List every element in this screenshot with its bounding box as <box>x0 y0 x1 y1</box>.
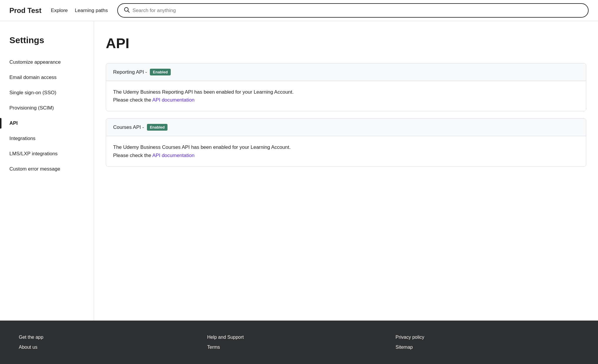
reporting-api-label: Reporting API - <box>113 69 147 75</box>
reporting-api-prefix: Please check the <box>113 97 152 103</box>
header: Prod Test Explore Learning paths <box>0 0 598 21</box>
reporting-api-body-line1: The Udemy Business Reporting API has bee… <box>113 88 579 96</box>
reporting-api-card: Reporting API - Enabled The Udemy Busine… <box>106 63 586 111</box>
sidebar: Settings Customize appearance Email doma… <box>0 21 94 321</box>
sidebar-item-sso[interactable]: Single sign-on (SSO) <box>9 85 84 100</box>
reporting-api-header: Reporting API - Enabled <box>106 63 586 81</box>
reporting-api-body: The Udemy Business Reporting API has bee… <box>106 81 586 111</box>
footer-col-1: Get the app About us <box>19 335 202 350</box>
sidebar-item-email-domain[interactable]: Email domain access <box>9 70 84 85</box>
search-icon <box>124 7 130 14</box>
svg-line-1 <box>128 11 129 12</box>
nav-explore[interactable]: Explore <box>51 8 68 14</box>
sidebar-item-integrations[interactable]: Integrations <box>9 131 84 146</box>
sidebar-item-lms[interactable]: LMS/LXP integrations <box>9 146 84 161</box>
page-body: Settings Customize appearance Email doma… <box>0 21 598 321</box>
nav-learning-paths[interactable]: Learning paths <box>75 8 108 14</box>
main-nav: Explore Learning paths <box>51 8 108 14</box>
footer-link-get-app[interactable]: Get the app <box>19 335 202 340</box>
main-content: API Reporting API - Enabled The Udemy Bu… <box>94 21 598 321</box>
search-bar[interactable] <box>117 3 589 18</box>
courses-api-body-line2: Please check the API documentation <box>113 151 579 159</box>
reporting-api-body-line2: Please check the API documentation <box>113 96 579 104</box>
courses-api-header: Courses API - Enabled <box>106 119 586 136</box>
page-title: API <box>106 35 586 51</box>
sidebar-item-custom-error[interactable]: Custom error message <box>9 161 84 177</box>
courses-api-body: The Udemy Business Courses API has been … <box>106 136 586 166</box>
courses-api-card: Courses API - Enabled The Udemy Business… <box>106 118 586 166</box>
footer-col-3: Privacy policy Sitemap <box>396 335 579 350</box>
footer-col-2: Help and Support Terms <box>207 335 391 350</box>
courses-api-doc-link[interactable]: API documentation <box>152 153 195 158</box>
reporting-api-doc-link[interactable]: API documentation <box>152 97 195 103</box>
footer: Get the app About us Help and Support Te… <box>0 321 598 364</box>
sidebar-item-api[interactable]: API <box>9 116 84 131</box>
sidebar-nav: Customize appearance Email domain access… <box>9 55 84 177</box>
courses-api-label: Courses API - <box>113 124 144 130</box>
reporting-api-status: Enabled <box>150 69 171 75</box>
sidebar-item-customize-appearance[interactable]: Customize appearance <box>9 55 84 70</box>
courses-api-prefix: Please check the <box>113 153 152 158</box>
footer-link-privacy[interactable]: Privacy policy <box>396 335 579 340</box>
courses-api-body-line1: The Udemy Business Courses API has been … <box>113 143 579 151</box>
footer-link-sitemap[interactable]: Sitemap <box>396 345 579 350</box>
footer-link-about[interactable]: About us <box>19 345 202 350</box>
courses-api-status: Enabled <box>147 124 168 131</box>
footer-link-help[interactable]: Help and Support <box>207 335 391 340</box>
footer-link-terms[interactable]: Terms <box>207 345 391 350</box>
sidebar-item-provisioning[interactable]: Provisioning (SCIM) <box>9 100 84 116</box>
sidebar-title: Settings <box>9 35 84 45</box>
search-input[interactable] <box>133 8 582 14</box>
site-logo[interactable]: Prod Test <box>9 6 41 15</box>
